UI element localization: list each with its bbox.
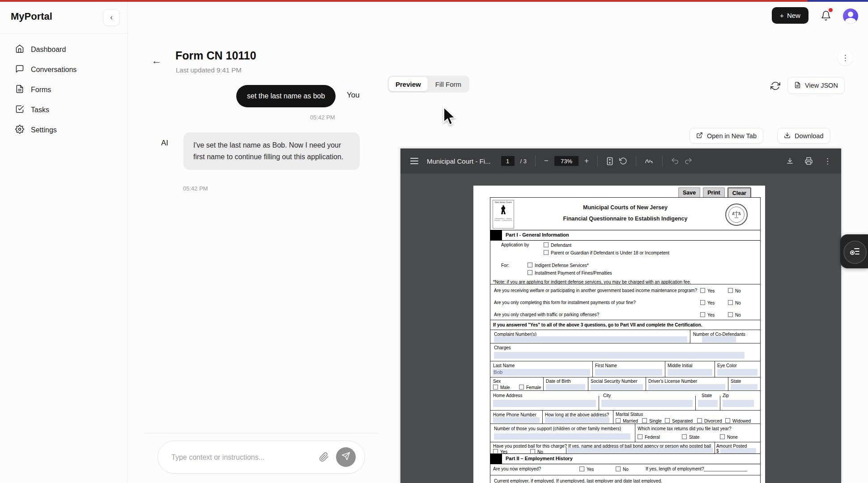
state-tax-checkbox[interactable]: State <box>682 434 699 440</box>
chevron-left-icon: ‹ <box>110 13 113 22</box>
form-save-button[interactable]: Save <box>678 187 700 198</box>
employment-length-line[interactable] <box>704 471 747 471</box>
home-address-field[interactable] <box>493 400 596 407</box>
city-label: City <box>603 393 611 398</box>
attachment-paperclip-icon[interactable] <box>319 452 329 462</box>
q2-yes-checkbox[interactable]: Yes <box>700 300 715 305</box>
app-brand: MyPortal <box>11 11 52 22</box>
sidebar-item-conversations[interactable]: Conversations <box>0 59 128 80</box>
more-options-button[interactable]: ⋮ <box>838 50 853 65</box>
pdf-kebab-menu-icon[interactable]: ⋮ <box>824 157 831 166</box>
single-checkbox[interactable]: Single <box>642 418 662 424</box>
view-json-button[interactable]: View JSON <box>787 77 845 94</box>
sex-label: Sex <box>493 379 501 384</box>
app-window: MyPortal ‹ Dashboard Conversations Forms… <box>0 0 868 483</box>
checkbox-icon <box>700 288 705 293</box>
fit-to-page-icon[interactable] <box>606 157 613 165</box>
checkbox-defendant[interactable]: Defendant <box>544 242 571 248</box>
amount-posted-field[interactable] <box>720 448 756 453</box>
q1-no-checkbox[interactable]: No <box>728 288 741 293</box>
refresh-icon[interactable] <box>770 81 780 91</box>
home-icon <box>15 44 24 55</box>
widowed-checkbox[interactable]: Widowed <box>725 418 751 424</box>
toolbar-divider <box>636 155 636 167</box>
married-checkbox[interactable]: Married <box>616 418 638 424</box>
female-checkbox[interactable]: Female <box>519 385 541 390</box>
sidebar-item-label: Settings <box>31 126 57 134</box>
annotate-pen-icon[interactable] <box>645 157 654 165</box>
redo-icon[interactable] <box>685 158 692 165</box>
form-print-button[interactable]: Print <box>703 187 724 198</box>
how-long-field[interactable] <box>545 417 609 423</box>
q3-no-checkbox[interactable]: No <box>728 312 741 318</box>
sidebar-item-settings[interactable]: Settings <box>0 120 128 140</box>
checkbox-icon <box>665 418 670 423</box>
sidebar-item-tasks[interactable]: Tasks <box>0 100 128 120</box>
complaint-field[interactable] <box>494 336 687 343</box>
checkbox-icon <box>682 434 687 439</box>
none-tax-checkbox[interactable]: None <box>720 434 738 440</box>
new-button[interactable]: + New <box>772 7 808 24</box>
eye-color-field[interactable] <box>717 369 757 376</box>
pdf-zoom-level[interactable]: 73% <box>554 156 579 166</box>
open-new-tab-button[interactable]: Open in New Tab <box>689 128 763 144</box>
zoom-out-icon[interactable]: − <box>544 157 549 165</box>
form-fields-panel-button[interactable] <box>843 241 867 264</box>
q2-no-checkbox[interactable]: No <box>728 300 741 305</box>
sidebar-item-forms[interactable]: Forms <box>0 80 128 100</box>
last-name-field[interactable] <box>493 369 590 376</box>
user-avatar[interactable] <box>843 8 858 24</box>
sidebar-collapse-button[interactable]: ‹ <box>103 9 120 26</box>
home-phone-field[interactable] <box>493 417 540 423</box>
dob-field[interactable] <box>546 384 585 390</box>
separated-checkbox[interactable]: Separated <box>665 418 693 424</box>
checkbox-icon <box>616 418 621 423</box>
first-name-field[interactable] <box>595 369 662 376</box>
tab-preview[interactable]: Preview <box>389 77 428 91</box>
avatar-person-icon <box>848 12 853 17</box>
rotate-icon[interactable] <box>619 157 627 165</box>
bail-agency-field[interactable] <box>567 448 713 453</box>
middle-initial-field[interactable] <box>668 369 712 376</box>
codefendants-field[interactable] <box>702 336 736 343</box>
employed-no-checkbox[interactable]: No <box>616 466 629 472</box>
ssn-field[interactable] <box>591 384 643 390</box>
male-checkbox[interactable]: Male <box>493 385 510 390</box>
chat-input[interactable] <box>170 441 315 474</box>
q1-yes-checkbox[interactable]: Yes <box>700 288 715 293</box>
zoom-in-icon[interactable]: + <box>584 157 589 165</box>
tab-fill-form[interactable]: Fill Form <box>429 77 468 91</box>
download-button[interactable]: Download <box>777 128 830 144</box>
divorced-checkbox[interactable]: Divorced <box>697 418 722 424</box>
charges-label: Charges <box>494 345 511 350</box>
q3-yes-checkbox[interactable]: Yes <box>700 312 715 318</box>
notification-badge <box>829 8 833 12</box>
toolbar-divider <box>597 155 598 167</box>
checkbox-installment-payment[interactable]: Installment Payment of Fines/Penalties <box>528 270 612 275</box>
support-field[interactable] <box>494 433 630 440</box>
sidebar-header: MyPortal ‹ <box>0 2 128 34</box>
undo-icon[interactable] <box>671 158 679 165</box>
side-panel-tab <box>840 234 868 268</box>
employed-yes-checkbox[interactable]: Yes <box>579 466 594 472</box>
sidebar-item-dashboard[interactable]: Dashboard <box>0 39 128 59</box>
pdf-download-icon[interactable] <box>786 157 794 165</box>
part2-header: Part II – Employment History <box>490 453 760 464</box>
charges-field[interactable] <box>494 352 745 359</box>
checkbox-icon <box>579 466 584 471</box>
back-button[interactable]: ← <box>151 55 162 67</box>
pdf-menu-icon[interactable] <box>410 158 418 164</box>
dl-number-field[interactable] <box>648 384 725 390</box>
zip-field[interactable] <box>723 400 754 407</box>
send-button[interactable] <box>336 447 356 467</box>
address-state-field[interactable] <box>698 400 718 407</box>
pdf-page-input[interactable]: 1 <box>501 156 515 166</box>
checkbox-indigent-defense[interactable]: Indigent Defense Services* <box>528 263 589 268</box>
dl-state-field[interactable] <box>731 384 757 390</box>
dl-number-label: Driver's License Number <box>648 379 697 384</box>
how-long-label: How long at the above address? <box>545 412 609 417</box>
federal-checkbox[interactable]: Federal <box>638 434 660 440</box>
pdf-print-icon[interactable] <box>804 157 813 165</box>
city-field[interactable] <box>601 400 693 407</box>
checkbox-parent-guardian[interactable]: Parent or Guardian if Defendant is Under… <box>544 250 669 255</box>
